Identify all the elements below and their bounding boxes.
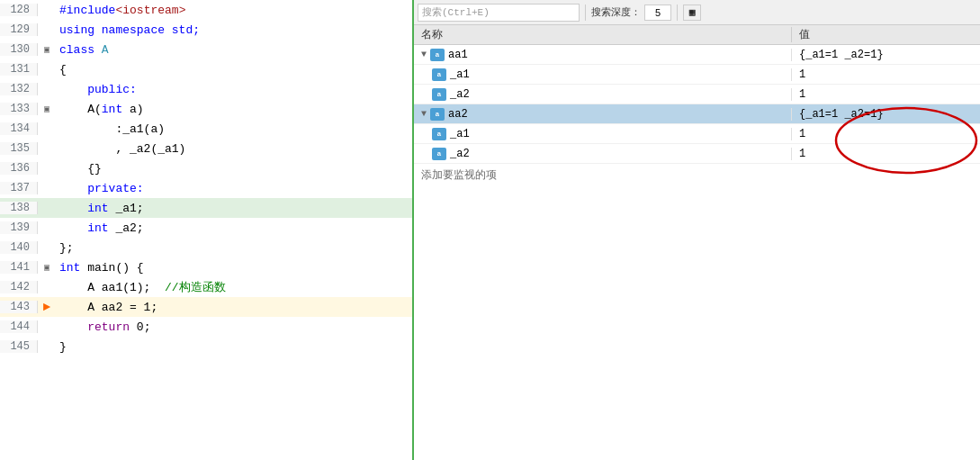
watch-row-aa1-name: ▼ a aa1	[414, 49, 792, 61]
var-icon-aa2-a2: a	[432, 148, 446, 160]
aa2-label: aa2	[448, 108, 468, 121]
grid-view-button[interactable]: ▦	[683, 5, 701, 21]
keyword: #include	[59, 4, 115, 17]
code-line-130: 130 ▣ class A	[0, 40, 412, 59]
code-line-132: 132 public:	[0, 79, 412, 99]
watch-row-aa1-value: {_a1=1 _a2=1}	[792, 49, 980, 61]
code-lines: 128 #include<iostream> 129 using namespa…	[0, 0, 412, 356]
keyword: return	[87, 320, 130, 334]
watch-row-aa2-a2-name: a _a2	[414, 148, 792, 160]
collapse-icon-133[interactable]: ▣	[44, 104, 49, 114]
indicator-141: ▣	[38, 262, 56, 273]
watch-row-aa1-a1[interactable]: a _a1 1	[414, 65, 980, 85]
code-content-128: #include<iostream>	[56, 4, 185, 17]
search-box[interactable]: 搜索(Ctrl+E)	[418, 4, 580, 22]
keyword: using namespace std;	[59, 23, 200, 37]
code-line-145: 145 }	[0, 337, 412, 356]
depth-label: 搜索深度：	[591, 5, 641, 19]
line-number-143: 143	[0, 301, 38, 313]
code-content-140: };	[56, 241, 74, 255]
line-number-132: 132	[0, 83, 38, 95]
keyword: private:	[87, 182, 143, 195]
code-content-141: int main() {	[56, 261, 144, 275]
watch-toolbar: 搜索(Ctrl+E) 搜索深度： ▦	[414, 0, 980, 25]
line-number-134: 134	[0, 122, 38, 135]
var-icon-aa2-a1: a	[432, 128, 446, 140]
code-line-138: 138 int _a1;	[0, 198, 412, 218]
code-line-133: 133 ▣ A(int a)	[0, 99, 412, 119]
line-number-131: 131	[0, 63, 38, 76]
code-content-143: A aa2 = 1;	[56, 301, 157, 314]
indicator-133: ▣	[38, 104, 56, 114]
code-content-130: class A	[56, 43, 109, 57]
aa1-a2-label: _a2	[450, 88, 470, 101]
toolbar-separator-2	[677, 5, 678, 21]
code-content-135: , _a2(_a1)	[56, 142, 185, 156]
watch-row-aa1-a1-name: a _a1	[414, 68, 792, 81]
collapse-icon-141[interactable]: ▣	[44, 262, 49, 273]
watch-row-aa2-name: ▼ a aa2	[414, 108, 792, 121]
watch-row-aa1[interactable]: ▼ a aa1 {_a1=1 _a2=1}	[414, 45, 980, 65]
aa2-a2-label: _a2	[450, 148, 470, 160]
code-line-140: 140 };	[0, 238, 412, 257]
line-number-145: 145	[0, 340, 38, 353]
watch-row-aa2-a1[interactable]: a _a1 1	[414, 124, 980, 144]
keyword: int	[59, 261, 80, 275]
keyword: int	[87, 221, 108, 235]
string: <iostream>	[115, 4, 185, 17]
code-line-143: 143 ► A aa2 = 1;	[0, 297, 412, 317]
code-line-142: 142 A aa1(1); //构造函数	[0, 277, 412, 297]
watch-row-aa2-value: {_a1=1 _a2=1}	[792, 108, 980, 121]
line-number-133: 133	[0, 103, 38, 115]
code-content-132: public:	[56, 83, 137, 96]
indicator-143: ►	[38, 300, 56, 314]
toolbar-separator	[585, 5, 586, 21]
depth-input[interactable]	[644, 5, 671, 21]
code-content-131: {	[56, 63, 67, 77]
add-watch-item[interactable]: 添加要监视的项	[414, 164, 980, 186]
value-column-header: 值	[792, 27, 980, 42]
code-content-139: int _a2;	[56, 221, 144, 235]
var-icon-aa1: a	[430, 49, 445, 61]
indicator-130: ▣	[38, 44, 56, 55]
execution-arrow-icon: ►	[43, 300, 50, 314]
code-content-137: private:	[56, 182, 144, 195]
code-line-135: 135 , _a2(_a1)	[0, 139, 412, 158]
code-content-136: {}	[56, 162, 102, 176]
watch-row-aa2[interactable]: ▼ a aa2 {_a1=1 _a2=1}	[414, 104, 980, 124]
code-line-128: 128 #include<iostream>	[0, 0, 412, 20]
watch-row-aa2-a2[interactable]: a _a2 1	[414, 144, 980, 164]
name-column-header: 名称	[414, 27, 792, 42]
var-icon-aa1-a1: a	[432, 68, 446, 81]
aa1-a1-label: _a1	[450, 68, 470, 81]
expand-icon-aa1[interactable]: ▼	[418, 49, 430, 61]
line-number-135: 135	[0, 142, 38, 155]
code-editor: 128 #include<iostream> 129 using namespa…	[0, 0, 414, 460]
watch-row-aa2-a1-value: 1	[792, 128, 980, 140]
search-placeholder: 搜索(Ctrl+E)	[422, 5, 490, 19]
line-number-141: 141	[0, 261, 38, 274]
watch-panel: 搜索(Ctrl+E) 搜索深度： ▦ 名称 值 ▼ a aa1 {_a1=1 _…	[414, 0, 980, 460]
line-number-130: 130	[0, 43, 38, 56]
watch-row-aa1-a2[interactable]: a _a2 1	[414, 85, 980, 104]
code-content-129: using namespace std;	[56, 23, 200, 37]
keyword: public:	[87, 83, 137, 96]
line-number-144: 144	[0, 320, 38, 333]
watch-row-aa2-a1-name: a _a1	[414, 128, 792, 140]
code-content-144: return 0;	[56, 320, 150, 334]
aa2-a1-label: _a1	[450, 128, 470, 140]
code-line-144: 144 return 0;	[0, 317, 412, 337]
line-number-128: 128	[0, 4, 38, 16]
code-content-138: int _a1;	[56, 202, 144, 215]
class-name: A	[102, 43, 109, 57]
var-icon-aa1-a2: a	[432, 88, 446, 101]
aa1-label: aa1	[448, 49, 468, 61]
line-number-142: 142	[0, 281, 38, 293]
watch-row-aa1-a2-name: a _a2	[414, 88, 792, 101]
code-content-142: A aa1(1); //构造函数	[56, 279, 226, 295]
collapse-icon-130[interactable]: ▣	[44, 44, 49, 55]
watch-row-aa1-a2-value: 1	[792, 88, 980, 101]
keyword: class	[59, 43, 102, 57]
code-line-141: 141 ▣ int main() {	[0, 257, 412, 277]
expand-icon-aa2[interactable]: ▼	[418, 108, 430, 121]
